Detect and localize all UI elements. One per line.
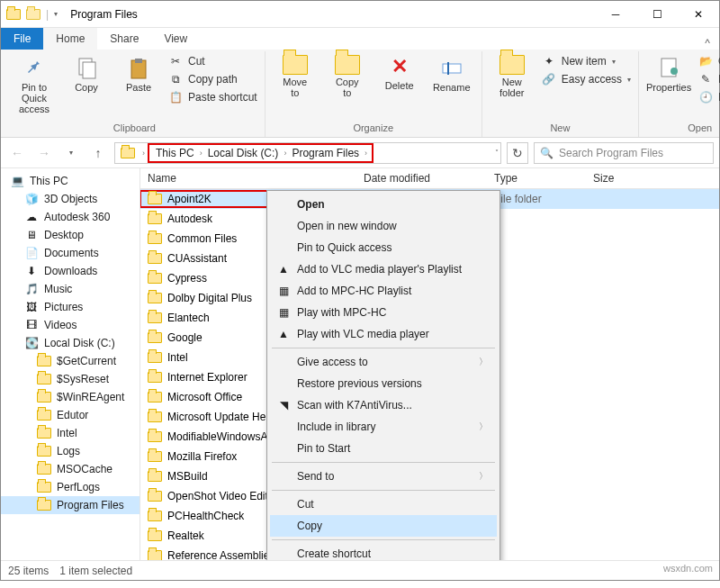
svg-point-7 <box>670 68 678 75</box>
group-clipboard: Pin to Quick access Copy Paste ✂Cut ⧉Cop… <box>4 51 266 137</box>
delete-button[interactable]: ✕Delete <box>375 53 424 93</box>
easy-access-button[interactable]: 🔗Easy access▾ <box>540 71 633 87</box>
tree-pictures[interactable]: 🖼Pictures <box>1 298 140 316</box>
new-folder-button[interactable]: New folder <box>488 53 536 100</box>
move-to-button[interactable]: Move to <box>271 53 320 100</box>
nav-up-button[interactable]: ↑ <box>87 142 109 164</box>
column-headers: Name Date modified Type Size <box>140 168 719 189</box>
menu-pin-to-quick-access[interactable]: Pin to Quick access <box>270 237 497 258</box>
folder-icon <box>148 273 162 284</box>
menu-pin-to-start[interactable]: Pin to Start <box>270 438 497 459</box>
nav-tree[interactable]: 💻This PC🧊3D Objects☁Autodesk 360🖥Desktop… <box>1 168 140 560</box>
refresh-button[interactable]: ↻ <box>507 142 528 164</box>
menu-add-to-vlc-media-player-s-playlist[interactable]: ▲Add to VLC media player's Playlist <box>270 258 497 280</box>
tree-downloads[interactable]: ⬇Downloads <box>1 262 140 280</box>
menu-open-in-new-window[interactable]: Open in new window <box>270 215 497 237</box>
menu-play-with-mpc-hc[interactable]: ▦Play with MPC-HC <box>270 302 497 323</box>
paste-button[interactable]: Paste <box>114 53 163 95</box>
crumb-sep[interactable]: › <box>140 149 147 158</box>
tab-home[interactable]: Home <box>43 28 97 50</box>
crumb-sep[interactable]: › <box>363 149 369 158</box>
tree-music[interactable]: 🎵Music <box>1 280 140 298</box>
mpc-icon: ▦ <box>275 304 292 321</box>
col-date[interactable]: Date modified <box>356 168 487 188</box>
properties-button[interactable]: Properties <box>644 53 693 95</box>
tree--getcurrent[interactable]: $GetCurrent <box>1 352 140 370</box>
qat-dropdown-icon[interactable]: ▾ <box>54 10 58 18</box>
menu-restore-previous-versions[interactable]: Restore previous versions <box>270 373 497 394</box>
col-name[interactable]: Name <box>140 168 356 188</box>
group-organize: Move to Copy to ✕Delete Rename Organize <box>266 51 482 137</box>
menu-create-shortcut[interactable]: Create shortcut <box>270 543 497 560</box>
history-button[interactable]: 🕘History <box>697 89 720 105</box>
tree--winreagent[interactable]: $WinREAgent <box>1 388 140 406</box>
down-icon: ⬇ <box>24 264 39 278</box>
tree-local-disk-c-[interactable]: 💽Local Disk (C:) <box>1 334 140 352</box>
copy-path-button[interactable]: ⧉Copy path <box>166 71 259 87</box>
menu-scan-with-k7antivirus-[interactable]: ◥Scan with K7AntiVirus... <box>270 394 497 416</box>
tree-logs[interactable]: Logs <box>1 442 140 460</box>
menu-include-in-library[interactable]: Include in library〉 <box>270 416 497 438</box>
open-button[interactable]: 📂Open▾ <box>697 53 720 69</box>
search-box[interactable]: 🔍 Search Program Files <box>534 142 714 164</box>
tree-perflogs[interactable]: PerfLogs <box>1 478 140 496</box>
tab-view[interactable]: View <box>151 28 200 50</box>
nav-recent-button[interactable]: ▾ <box>60 142 82 164</box>
tab-share[interactable]: Share <box>97 28 151 50</box>
tree--sysreset[interactable]: $SysReset <box>1 370 140 388</box>
crumb-sep[interactable]: › <box>198 149 204 158</box>
pin-quick-access-button[interactable]: Pin to Quick access <box>10 53 58 116</box>
tree-3d-objects[interactable]: 🧊3D Objects <box>1 190 140 208</box>
cloud-icon: ☁ <box>24 210 39 224</box>
file-list[interactable]: Name Date modified Type Size Apoint2K21-… <box>140 168 719 560</box>
minimize-button[interactable]: ─ <box>595 1 636 28</box>
menu-cut[interactable]: Cut <box>270 493 497 515</box>
col-type[interactable]: Type <box>487 168 586 188</box>
menu-play-with-vlc-media-player[interactable]: ▲Play with VLC media player <box>270 323 497 345</box>
qat-open-icon[interactable] <box>26 9 40 20</box>
edit-button[interactable]: ✎Edit <box>697 71 720 87</box>
address-bar[interactable]: › This PC›Local Disk (C:)›Program Files›… <box>114 142 501 164</box>
edit-icon: ✎ <box>698 72 713 86</box>
folder-icon <box>37 408 51 422</box>
menu-separator <box>272 539 495 540</box>
nav-forward-button[interactable]: → <box>33 142 55 164</box>
tree-program-files[interactable]: Program Files <box>1 496 140 514</box>
breadcrumb-this-pc[interactable]: This PC <box>152 145 198 161</box>
tree-this-pc[interactable]: 💻This PC <box>1 172 140 190</box>
folder-icon <box>148 530 162 541</box>
new-item-button[interactable]: ✦New item▾ <box>540 53 633 69</box>
col-size[interactable]: Size <box>586 168 658 188</box>
maximize-button[interactable]: ☐ <box>636 1 678 28</box>
tree-autodesk-360[interactable]: ☁Autodesk 360 <box>1 208 140 226</box>
breadcrumb-local-disk-c-[interactable]: Local Disk (C:) <box>204 145 283 161</box>
menu-give-access-to[interactable]: Give access to〉 <box>270 351 497 373</box>
tree-intel[interactable]: Intel <box>1 424 140 442</box>
tree-videos[interactable]: 🎞Videos <box>1 316 140 334</box>
context-menu: OpenOpen in new windowPin to Quick acces… <box>266 190 500 560</box>
breadcrumb-program-files[interactable]: Program Files <box>288 145 363 161</box>
menu-add-to-mpc-hc-playlist[interactable]: ▦Add to MPC-HC Playlist <box>270 280 497 302</box>
cut-button[interactable]: ✂Cut <box>166 53 259 69</box>
address-dropdown[interactable]: ˅ <box>495 149 499 157</box>
close-button[interactable]: ✕ <box>678 1 719 28</box>
tab-file[interactable]: File <box>1 28 43 50</box>
menu-copy[interactable]: Copy <box>270 515 497 537</box>
crumb-sep[interactable]: › <box>282 149 288 158</box>
paste-shortcut-button[interactable]: 📋Paste shortcut <box>166 89 259 105</box>
ribbon-collapse-icon[interactable]: ^ <box>696 37 719 50</box>
nav-back-button[interactable]: ← <box>6 142 28 164</box>
folder-icon <box>148 372 162 383</box>
copy-to-button[interactable]: Copy to <box>323 53 372 100</box>
menu-open[interactable]: Open <box>270 194 497 215</box>
tree-documents[interactable]: 📄Documents <box>1 244 140 262</box>
tree-msocache[interactable]: MSOCache <box>1 460 140 478</box>
copy-button[interactable]: Copy <box>62 53 111 95</box>
folder-icon <box>148 550 162 560</box>
menu-send-to[interactable]: Send to〉 <box>270 466 497 487</box>
folder-icon <box>148 392 162 403</box>
tree-desktop[interactable]: 🖥Desktop <box>1 226 140 244</box>
watermark: wsxdn.com <box>663 563 713 574</box>
tree-edutor[interactable]: Edutor <box>1 406 140 424</box>
rename-button[interactable]: Rename <box>428 53 476 95</box>
